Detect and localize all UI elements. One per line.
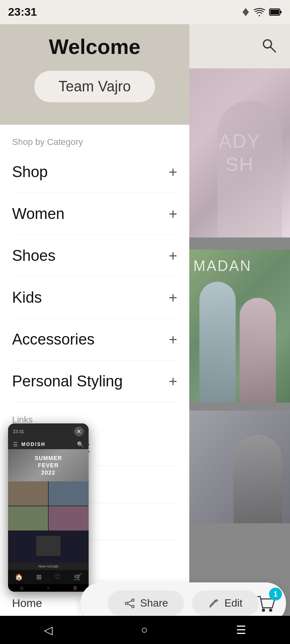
preview-brand: MODISH — [21, 442, 46, 447]
svg-line-10 — [128, 604, 132, 606]
preview-new-arrivals-label: New Arrivals — [8, 563, 89, 570]
accessories-expand-icon: + — [169, 331, 177, 348]
screenshot-preview: 23:31 ✕ ☰ MODISH 🔍 SUMMER FEVER 2022 New… — [8, 423, 89, 592]
accessories-label: Accessories — [12, 331, 95, 348]
preview-new-arrivals — [8, 530, 89, 563]
status-time: 23:31 — [8, 6, 37, 19]
status-icons — [242, 7, 282, 17]
share-label: Share — [140, 597, 168, 609]
share-button[interactable]: Share — [108, 590, 184, 616]
category-section-label: Shop by Category — [12, 137, 177, 147]
preview-hamburger-icon: ☰ — [13, 441, 18, 448]
menu-item-shoes[interactable]: Shoes + — [12, 235, 177, 277]
preview-time: 23:31 — [13, 429, 24, 434]
svg-rect-3 — [280, 11, 282, 13]
personal-styling-expand-icon: + — [169, 373, 177, 390]
right-banner-3 — [189, 411, 290, 523]
preview-heart-icon: ♡ — [55, 573, 60, 581]
home-button[interactable]: ○ — [141, 623, 148, 636]
preview-grid-icon: ⊞ — [36, 573, 41, 581]
kids-label: Kids — [12, 289, 42, 306]
preview-home-circle-icon: ○ — [47, 586, 49, 590]
top-search-bar — [189, 24, 290, 68]
signal-icon — [242, 7, 250, 17]
preview-nav-bar: ☰ MODISH 🔍 — [8, 440, 89, 449]
back-button[interactable]: ◁ — [44, 623, 53, 637]
svg-line-9 — [128, 601, 132, 603]
preview-banner: SUMMER FEVER 2022 — [8, 449, 89, 481]
menu-item-accessories[interactable]: Accessories + — [12, 319, 177, 361]
preview-grid — [8, 481, 89, 530]
svg-point-7 — [125, 602, 128, 605]
menu-item-kids[interactable]: Kids + — [12, 277, 177, 319]
wifi-icon — [254, 8, 265, 17]
svg-rect-2 — [270, 10, 279, 14]
shop-label: Shop — [12, 163, 48, 181]
home-link[interactable]: Home — [12, 597, 42, 610]
svg-line-5 — [271, 47, 276, 52]
women-expand-icon: + — [169, 206, 177, 223]
preview-grid-item-3 — [8, 506, 48, 530]
android-nav-bar: ◁ ○ ☰ — [0, 616, 290, 644]
svg-point-6 — [132, 599, 134, 601]
kids-expand-icon: + — [169, 289, 177, 306]
preview-home-icon: 🏠 — [15, 573, 23, 581]
search-button[interactable] — [260, 37, 278, 56]
preview-close-button[interactable]: ✕ — [74, 427, 84, 436]
personal-styling-label: Personal Styling — [12, 373, 123, 390]
cart-button[interactable]: 1 — [250, 588, 282, 620]
shoes-expand-icon: + — [169, 248, 177, 264]
cart-badge: 1 — [269, 588, 282, 601]
preview-grid-item-4 — [49, 506, 89, 530]
recents-button[interactable]: ☰ — [236, 623, 246, 637]
preview-grid-item-2 — [49, 481, 89, 506]
menu-section: Shop by Category Shop + Women + Shoes + … — [0, 125, 189, 402]
preview-banner-text: SUMMER FEVER 2022 — [35, 454, 62, 477]
edit-button[interactable]: Edit — [192, 590, 259, 616]
welcome-title: Welcome — [49, 35, 140, 59]
svg-point-11 — [262, 609, 265, 612]
svg-point-12 — [269, 609, 272, 612]
shoes-label: Shoes — [12, 247, 56, 264]
preview-header: 23:31 ✕ — [8, 423, 89, 440]
shop-expand-icon: + — [169, 164, 177, 181]
preview-cart-icon: 🛒 — [74, 573, 82, 581]
women-label: Women — [12, 205, 64, 223]
right-banner-2: MADAN — [189, 250, 290, 402]
preview-back-icon: ◁ — [20, 586, 23, 590]
status-bar: 23:31 — [0, 0, 290, 24]
edit-label: Edit — [224, 597, 242, 609]
team-badge: Team Vajro — [34, 71, 155, 102]
menu-item-shop[interactable]: Shop + — [12, 151, 177, 193]
battery-icon — [269, 8, 282, 16]
preview-android-nav: ◁ ○ ☰ — [8, 584, 89, 592]
menu-item-women[interactable]: Women + — [12, 193, 177, 235]
preview-recents-icon: ☰ — [73, 586, 77, 590]
preview-search-icon: 🔍 — [77, 441, 84, 448]
svg-marker-0 — [242, 8, 249, 16]
share-icon — [124, 598, 135, 609]
home-label: Home — [12, 597, 42, 609]
menu-item-personal-styling[interactable]: Personal Styling + — [12, 361, 177, 402]
preview-bottom-nav: 🏠 ⊞ ♡ 🛒 — [8, 570, 89, 584]
banner2-text: MADAN — [193, 258, 252, 275]
preview-grid-item-1 — [8, 481, 48, 506]
edit-icon — [208, 598, 220, 609]
svg-point-8 — [132, 605, 134, 608]
right-banner-1: ADYSH — [189, 68, 290, 237]
